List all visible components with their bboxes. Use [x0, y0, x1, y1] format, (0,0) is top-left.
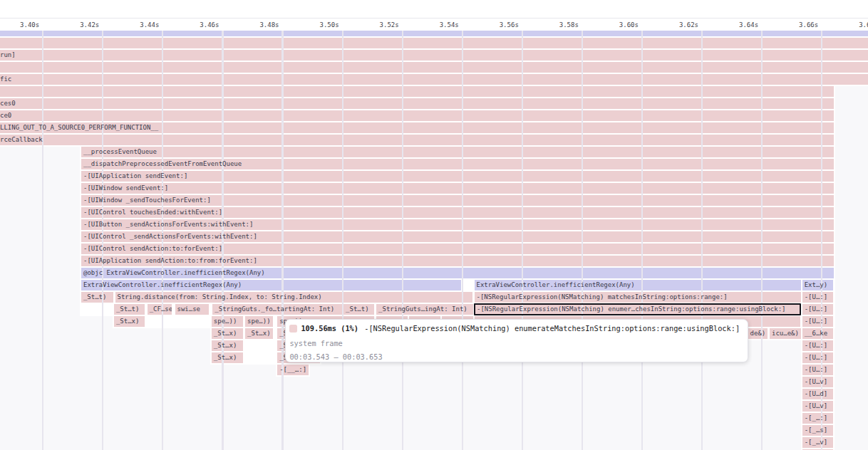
- stack-frame-label: __processEventQueue: [81, 147, 834, 157]
- stack-frame-label: -[UIApplication sendEvent:]: [81, 171, 834, 182]
- stack-frame-label: _St…x): [245, 328, 273, 339]
- stack-frame-label: _St…x): [212, 352, 244, 363]
- stack-frame-label: _StringGuts._fo…tartingAt: Int): [212, 304, 341, 315]
- stack-frame-label: -[U…v]: [802, 377, 834, 387]
- time-ruler[interactable]: 3.40s3.42s3.44s3.46s3.48s3.50s3.52s3.54s…: [0, 0, 868, 31]
- selected-frame-border: [474, 303, 802, 315]
- stack-frame-label: _St…t): [81, 292, 113, 303]
- ruler-tick-label: 3.42s: [80, 21, 99, 29]
- stack-frame-bar[interactable]: [0, 86, 834, 97]
- tooltip-time-range: 00:03.543 — 00:03.653: [289, 352, 382, 362]
- stack-frame-label: -[NSRegularExpression(NSMatching) matche…: [475, 292, 802, 303]
- ruler-tick-label: 3.50s: [319, 21, 339, 29]
- stack-frame-label: -[_…s]: [802, 425, 834, 436]
- stack-frame-label: ExtraViewController.inefficientRegex(Any…: [475, 280, 802, 291]
- stack-frame-label: _StringGuts…ingAt: Int): [376, 304, 473, 315]
- ruler-tick-label: 3.60s: [619, 21, 639, 29]
- stack-frame-label: -[UIApplication sendAction:to:from:forEv…: [81, 256, 834, 266]
- stack-frame-label: -[U…d]: [802, 389, 834, 399]
- stack-frame-label: spe…)): [212, 316, 244, 327]
- stack-frame-label: _St…t): [343, 304, 374, 315]
- stack-frame-label: LLING_OUT_TO_A_SOURCE0_PERFORM_FUNCTION_…: [0, 122, 834, 133]
- stack-frame-label: ces0: [0, 98, 834, 109]
- stack-frame-label: _St…t): [114, 304, 145, 315]
- ruler-tick-label: 3.66s: [799, 21, 818, 29]
- ruler-tick-label: 3.64s: [739, 21, 758, 29]
- stack-frame-label: __dispatchPreprocessedEventFromEventQueu…: [81, 159, 834, 169]
- stack-frame-label: -[UIWindow _sendTouchesForEvent:]: [81, 195, 834, 206]
- ruler-tick-label: 3.68s: [859, 21, 868, 29]
- stack-frame-bar[interactable]: [463, 292, 473, 303]
- stack-frame-label: fic: [0, 74, 868, 85]
- stack-frame-label: ce0: [0, 110, 834, 121]
- stack-frame-bar[interactable]: [0, 38, 868, 48]
- stack-frame-label: -[U…:]: [802, 304, 834, 315]
- stack-frame-bar[interactable]: [0, 62, 868, 73]
- stack-frame-label: -[U…:]: [802, 352, 834, 363]
- stack-frame-label: spe…)): [245, 316, 273, 327]
- stack-frame-label: -[UIControl sendAction:to:forEvent:]: [81, 244, 834, 254]
- category-swatch-icon: [289, 325, 297, 333]
- ruler-tick-label: 3.48s: [259, 21, 279, 29]
- ruler-tick-label: 3.40s: [20, 21, 39, 29]
- stack-frame-label: -[_…v]: [802, 437, 834, 448]
- stack-frame-label: @objc ExtraViewController.inefficientReg…: [81, 268, 834, 278]
- ruler-tick-label: 3.52s: [380, 21, 399, 29]
- stack-frame-label: _St…x): [114, 316, 145, 327]
- stack-frame-label: __6…ke: [802, 328, 834, 339]
- stack-frame-label: swi…se: [175, 304, 210, 315]
- stack-frame-label: -[U…:]: [802, 340, 834, 351]
- tooltip-title: 109.56ms (1%) -[NSRegularExpression(NSMa…: [289, 324, 740, 333]
- stack-frame-label: String.distance(from: String.Index, to: …: [115, 292, 462, 303]
- tooltip-category: system frame: [289, 339, 342, 348]
- stack-frame-label: rceCallback: [0, 135, 834, 145]
- stack-frame-label: -[U…:]: [802, 292, 834, 303]
- stack-frame-label: _CF…se: [148, 304, 172, 315]
- gridline: [42, 30, 43, 450]
- ruler-border-line: [0, 18, 868, 19]
- stack-frame-label: -[UIControl touchesEnded:withEvent:]: [81, 207, 834, 218]
- stack-frame-label: -[__…:]: [277, 365, 309, 375]
- profiler-stack-chart: run]ficces0ce0LLING_OUT_TO_A_SOURCE0_PER…: [0, 0, 868, 450]
- stack-frame-label: ExtraViewController.inefficientRegex(Any…: [81, 280, 461, 291]
- stack-frame-label: -[UIWindow sendEvent:]: [81, 183, 834, 194]
- stack-frame-label: run]: [0, 50, 868, 61]
- stack-frame-bar[interactable]: [0, 31, 868, 36]
- stack-frame-label: -[U…:]: [802, 316, 834, 327]
- ruler-tick-label: 3.44s: [140, 21, 159, 29]
- tooltip-duration: 109.56ms (1%): [301, 324, 358, 333]
- ruler-tick-label: 3.54s: [440, 21, 459, 29]
- hover-tooltip: 109.56ms (1%) -[NSRegularExpression(NSMa…: [285, 319, 748, 363]
- tooltip-function: -[NSRegularExpression(NSMatching) enumer…: [364, 324, 740, 333]
- ruler-tick-label: 3.46s: [200, 21, 219, 29]
- stack-frame-label: -[UIControl _sendActionsForEvents:withEv…: [81, 231, 834, 242]
- ruler-tick-label: 3.56s: [500, 21, 519, 29]
- stack-frame-label: _St…x): [212, 340, 244, 351]
- stack-frame-label: -[_…:]: [802, 413, 834, 424]
- stack-frame-label: _St…x): [212, 328, 244, 339]
- stack-frame-label: Ext…y): [802, 280, 834, 291]
- stack-frame-label: -[UIButton _sendActionsForEvents:withEve…: [81, 219, 834, 230]
- stack-frame-label: -[U…:]: [802, 365, 834, 375]
- stack-frame-label: icu…e&): [770, 328, 801, 339]
- ruler-tick-label: 3.58s: [559, 21, 579, 29]
- ruler-tick-label: 3.62s: [679, 21, 698, 29]
- stack-frame-label: -[U…v]: [802, 401, 834, 412]
